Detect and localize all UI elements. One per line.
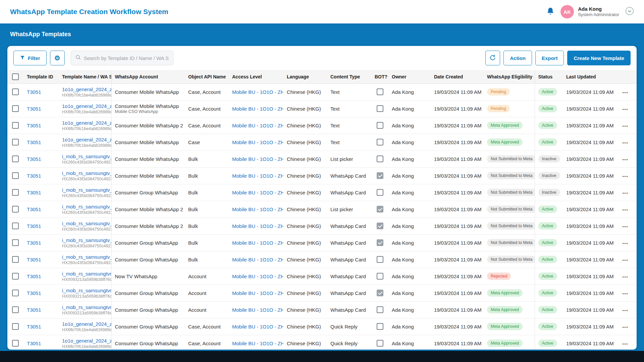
row-checkbox[interactable] <box>12 206 19 213</box>
access-level-link[interactable]: Mobile BU - 1O1O - ZH <box>232 290 283 296</box>
template-id-link[interactable]: T3051 <box>27 290 41 296</box>
access-level-link[interactable]: Mobile BU - 1O1O - ZH <box>232 173 283 179</box>
access-level-link[interactable]: Mobile BU - 1O1O - ZH <box>232 223 283 229</box>
bot-checkbox[interactable] <box>377 88 383 95</box>
row-checkbox[interactable] <box>12 223 19 229</box>
row-actions-button[interactable]: ••• <box>623 292 629 296</box>
template-name[interactable]: 1o1o_general_2024_zh_ <box>62 321 108 327</box>
access-level-link[interactable]: Mobile BU - 1O1O - ZH <box>232 156 283 162</box>
row-checkbox[interactable] <box>12 172 19 179</box>
template-name[interactable]: i_mob_rs_samsungtv_pi <box>62 154 108 159</box>
row-checkbox[interactable] <box>12 239 19 246</box>
template-id-link[interactable]: T3051 <box>27 106 41 112</box>
template-id-link[interactable]: T3051 <box>27 307 41 313</box>
bot-checkbox[interactable] <box>377 273 383 280</box>
row-checkbox[interactable] <box>12 189 19 196</box>
template-name[interactable]: i_mob_rs_samsungtvnar <box>62 271 108 277</box>
access-level-link[interactable]: Mobile BU - 1O1O - ZH <box>232 257 283 262</box>
template-id-link[interactable]: T3051 <box>27 190 41 195</box>
template-id-link[interactable]: T3051 <box>27 240 41 246</box>
bot-checkbox[interactable] <box>377 223 383 229</box>
access-level-link[interactable]: Mobile BU - 1O1O - ZH <box>232 123 283 128</box>
access-level-link[interactable]: Mobile BU - 1O1O - ZH <box>232 307 283 313</box>
access-level-link[interactable]: Mobile BU - 1O1O - ZH <box>232 341 283 346</box>
row-actions-button[interactable]: ••• <box>623 174 629 178</box>
user-menu-button[interactable] <box>625 7 634 17</box>
row-checkbox[interactable] <box>12 290 19 296</box>
select-all-checkbox[interactable] <box>12 73 19 80</box>
filter-button[interactable]: Filter <box>13 51 47 65</box>
access-level-link[interactable]: Mobile BU - 1O1O - ZH <box>232 190 283 195</box>
row-actions-button[interactable]: ••• <box>623 124 629 128</box>
template-name[interactable]: 1o1o_general_2024_zh_ <box>62 86 108 92</box>
access-level-link[interactable]: Mobile BU - 1O1O - ZH <box>232 240 283 246</box>
settings-button[interactable]: ⚙ <box>50 51 65 65</box>
bot-checkbox[interactable] <box>377 172 383 179</box>
access-level-link[interactable]: Mobile BU - 1O1O - ZH <box>232 139 283 145</box>
template-id-link[interactable]: T3051 <box>27 257 41 262</box>
row-actions-button[interactable]: ••• <box>623 241 629 245</box>
template-name[interactable]: 1o1o_general_2024_zh_ <box>62 103 108 109</box>
bot-checkbox[interactable] <box>377 340 383 347</box>
template-id-link[interactable]: T3051 <box>27 89 41 95</box>
template-id-link[interactable]: T3051 <box>27 324 41 329</box>
row-actions-button[interactable]: ••• <box>623 141 629 145</box>
bot-checkbox[interactable] <box>377 256 383 263</box>
template-id-link[interactable]: T3051 <box>27 173 41 179</box>
user-chip[interactable]: AK Ada Kong System Administrator <box>560 5 619 18</box>
row-checkbox[interactable] <box>12 156 19 162</box>
access-level-link[interactable]: Mobile BU - 1O1O - ZH <box>232 324 283 329</box>
template-name[interactable]: 1o1o_general_2024_zh_ <box>62 137 108 142</box>
template-id-link[interactable]: T3051 <box>27 223 41 229</box>
template-id-link[interactable]: T3051 <box>27 274 41 279</box>
template-name[interactable]: i_mob_rs_samsungtv_pi <box>62 204 108 209</box>
row-actions-button[interactable]: ••• <box>623 225 629 229</box>
row-actions-button[interactable]: ••• <box>623 90 629 95</box>
export-button[interactable]: Export <box>535 51 564 65</box>
bot-checkbox[interactable] <box>377 156 383 162</box>
row-actions-button[interactable]: ••• <box>623 325 629 329</box>
row-actions-button[interactable]: ••• <box>623 158 629 162</box>
bot-checkbox[interactable] <box>377 239 383 246</box>
row-checkbox[interactable] <box>12 340 19 347</box>
access-level-link[interactable]: Mobile BU - 1O1O - ZH <box>232 206 283 212</box>
search-input[interactable] <box>84 55 169 61</box>
template-name[interactable]: i_mob_rs_samsungtv_pi <box>62 187 108 193</box>
bot-checkbox[interactable] <box>377 122 383 129</box>
bot-checkbox[interactable] <box>377 206 383 213</box>
row-actions-button[interactable]: ••• <box>623 107 629 111</box>
template-name[interactable]: i_mob_rs_samsungtv_pi <box>62 254 108 260</box>
row-checkbox[interactable] <box>12 323 19 330</box>
row-checkbox[interactable] <box>12 256 19 263</box>
template-id-link[interactable]: T3051 <box>27 123 41 128</box>
template-name[interactable]: i_mob_rs_samsungtv_pi <box>62 221 108 226</box>
row-actions-button[interactable]: ••• <box>623 208 629 212</box>
row-checkbox[interactable] <box>12 273 19 280</box>
bot-checkbox[interactable] <box>377 306 383 313</box>
template-id-link[interactable]: T3051 <box>27 341 41 346</box>
template-name[interactable]: i_mob_rs_samsungtv_pi <box>62 237 108 243</box>
template-name[interactable]: i_mob_rs_samsungtv_pi <box>62 170 108 176</box>
row-checkbox[interactable] <box>12 122 19 129</box>
row-actions-button[interactable]: ••• <box>623 258 629 262</box>
template-name[interactable]: i_mob_rs_samsungtvnar <box>62 304 108 310</box>
create-template-button[interactable]: Create New Template <box>567 51 631 65</box>
row-checkbox[interactable] <box>12 306 19 313</box>
access-level-link[interactable]: Mobile BU - 1O1O - ZH <box>232 106 283 112</box>
row-actions-button[interactable]: ••• <box>623 191 629 195</box>
bot-checkbox[interactable] <box>377 290 383 296</box>
row-checkbox[interactable] <box>12 105 19 112</box>
row-checkbox[interactable] <box>12 139 19 145</box>
access-level-link[interactable]: Mobile BU - 1O1O - ZH <box>232 274 283 279</box>
row-actions-button[interactable]: ••• <box>623 308 629 312</box>
access-level-link[interactable]: Mobile BU - 1O1O - ZH <box>232 89 283 95</box>
template-id-link[interactable]: T3051 <box>27 139 41 145</box>
template-name[interactable]: 1o1o_general_2024_zh_ <box>62 338 108 344</box>
bot-checkbox[interactable] <box>377 323 383 330</box>
template-id-link[interactable]: T3051 <box>27 206 41 212</box>
row-actions-button[interactable]: ••• <box>623 275 629 279</box>
template-name[interactable]: 1o1o_general_2024_zh_ <box>62 120 108 126</box>
template-id-link[interactable]: T3051 <box>27 156 41 162</box>
refresh-button[interactable] <box>485 51 500 65</box>
template-name[interactable]: i_mob_rs_samsungtvnar <box>62 288 108 293</box>
